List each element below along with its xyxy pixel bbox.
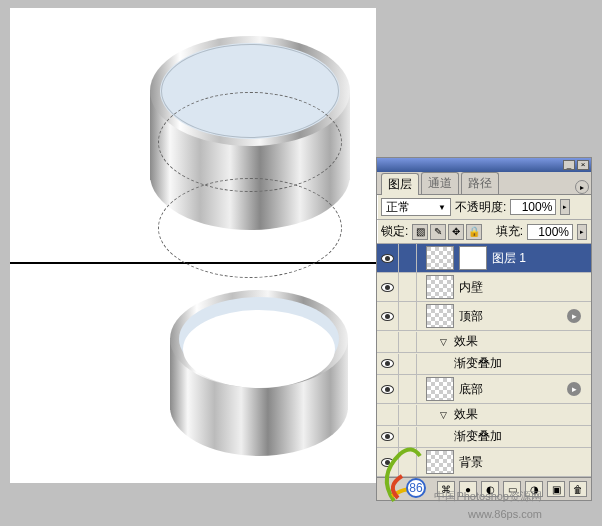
link-col[interactable] [399, 273, 417, 301]
link-col[interactable] [399, 244, 417, 272]
layer-name: 背景 [459, 454, 483, 471]
link-col[interactable] [399, 405, 417, 425]
close-button[interactable]: × [577, 160, 589, 170]
fill-input[interactable]: 100% [527, 224, 573, 240]
triangle-icon: ▽ [440, 410, 447, 420]
opacity-label: 不透明度: [455, 199, 506, 216]
watermark-text-1: 中国Photoshop资源网 [434, 489, 542, 504]
layer-row[interactable]: ▽效果 [377, 331, 591, 353]
tab-paths[interactable]: 路径 [461, 172, 499, 194]
layer-thumbnail[interactable] [426, 246, 454, 270]
visibility-toggle[interactable] [377, 332, 399, 352]
delete-layer-button[interactable]: 🗑 [569, 481, 587, 497]
lock-all-button[interactable]: 🔒 [466, 224, 482, 240]
artwork-top [150, 30, 350, 230]
blend-opacity-row: 正常 ▼ 不透明度: 100% ▸ [377, 195, 591, 220]
lock-pixels-button[interactable]: ✎ [430, 224, 446, 240]
layer-name: 图层 1 [492, 250, 526, 267]
panel-tabs: 图层 通道 路径 ▸ [377, 172, 591, 195]
eye-icon [381, 385, 394, 394]
link-col[interactable] [399, 332, 417, 352]
tab-layers[interactable]: 图层 [381, 173, 419, 195]
fx-toggle-button[interactable]: ▸ [567, 382, 581, 396]
layer-row[interactable]: 图层 1 [377, 244, 591, 273]
eye-icon [381, 312, 394, 321]
visibility-toggle[interactable] [377, 354, 399, 374]
layer-name: 效果 [454, 333, 478, 350]
blend-mode-select[interactable]: 正常 ▼ [381, 198, 451, 216]
visibility-toggle[interactable] [377, 273, 399, 301]
triangle-icon: ▽ [440, 337, 447, 347]
fill-label: 填充: [496, 223, 523, 240]
eye-icon [381, 283, 394, 292]
layer-row[interactable]: ▽效果 [377, 404, 591, 426]
eye-icon [381, 359, 394, 368]
site-logo: 86 [372, 436, 432, 506]
artwork-bottom [170, 290, 350, 460]
layer-name: 顶部 [459, 308, 483, 325]
opacity-flyout-button[interactable]: ▸ [560, 199, 570, 215]
layer-row[interactable]: 渐变叠加 [377, 353, 591, 375]
eye-icon [381, 254, 394, 263]
panel-menu-button[interactable]: ▸ [575, 180, 589, 194]
mask-thumbnail[interactable] [459, 246, 487, 270]
layer-name: 渐变叠加 [454, 428, 502, 445]
layer-row[interactable]: 内壁 [377, 273, 591, 302]
blend-mode-value: 正常 [386, 199, 410, 216]
visibility-toggle[interactable] [377, 375, 399, 403]
layer-name: 渐变叠加 [454, 355, 502, 372]
selection-marquee [158, 92, 342, 192]
new-layer-button[interactable]: ▣ [547, 481, 565, 497]
layer-thumbnail[interactable] [426, 275, 454, 299]
tab-channels[interactable]: 通道 [421, 172, 459, 194]
lock-label: 锁定: [381, 223, 408, 240]
svg-text:86: 86 [409, 481, 423, 495]
layer-name: 底部 [459, 381, 483, 398]
lock-position-button[interactable]: ✥ [448, 224, 464, 240]
visibility-toggle[interactable] [377, 302, 399, 330]
lock-transparency-button[interactable]: ▧ [412, 224, 428, 240]
visibility-toggle[interactable] [377, 244, 399, 272]
minimize-button[interactable]: _ [563, 160, 575, 170]
visibility-toggle[interactable] [377, 405, 399, 425]
layer-name: 内壁 [459, 279, 483, 296]
opacity-input[interactable]: 100% [510, 199, 556, 215]
layer-thumbnail[interactable] [426, 304, 454, 328]
fill-flyout-button[interactable]: ▸ [577, 224, 587, 240]
layer-name: 效果 [454, 406, 478, 423]
link-col[interactable] [399, 375, 417, 403]
lock-fill-row: 锁定: ▧ ✎ ✥ 🔒 填充: 100% ▸ [377, 220, 591, 244]
layer-row[interactable]: 底部▸ [377, 375, 591, 404]
link-col[interactable] [399, 302, 417, 330]
panel-titlebar: _ × [377, 158, 591, 172]
layer-thumbnail[interactable] [426, 377, 454, 401]
layer-row[interactable]: 顶部▸ [377, 302, 591, 331]
fx-toggle-button[interactable]: ▸ [567, 309, 581, 323]
link-col[interactable] [399, 354, 417, 374]
watermark-text-2: www.86ps.com [468, 508, 542, 520]
chevron-down-icon: ▼ [438, 203, 446, 212]
